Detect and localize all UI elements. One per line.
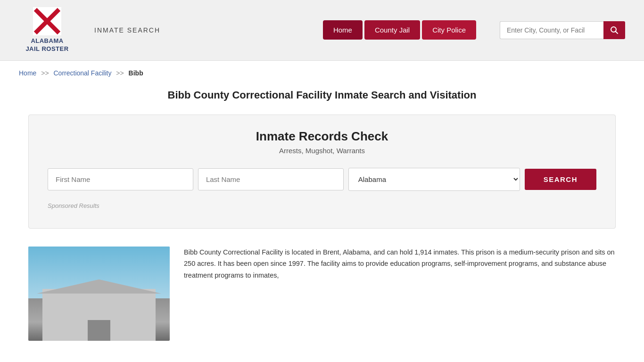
- records-card-subtitle: Arrests, Mugshot, Warrants: [48, 147, 596, 155]
- header-search-input[interactable]: [500, 21, 603, 39]
- logo-area: ALABAMA JAIL ROSTER: [19, 7, 75, 53]
- breadcrumb: Home >> Correctional Facility >> Bibb: [0, 61, 644, 81]
- facility-image: [28, 247, 170, 341]
- inmate-search-label: INMATE SEARCH: [94, 26, 160, 34]
- content-section: Bibb County Correctional Facility is loc…: [0, 237, 644, 355]
- state-select[interactable]: Alabama Alaska Arizona Arkansas Californ…: [348, 168, 520, 191]
- county-jail-nav-button[interactable]: County Jail: [364, 20, 420, 40]
- search-main-button[interactable]: SEARCH: [525, 169, 596, 190]
- svg-line-5: [616, 31, 618, 33]
- facility-description: Bibb County Correctional Facility is loc…: [184, 247, 616, 281]
- main-nav: Home County Jail City Police: [323, 20, 476, 40]
- search-form-row: Alabama Alaska Arizona Arkansas Californ…: [48, 168, 596, 191]
- home-nav-button[interactable]: Home: [323, 20, 363, 40]
- header-search-area: [500, 21, 625, 39]
- search-icon: [610, 26, 619, 34]
- breadcrumb-sep-2: >>: [116, 69, 124, 77]
- header-search-button[interactable]: [603, 21, 625, 39]
- svg-point-3: [46, 20, 49, 23]
- breadcrumb-current: Bibb: [129, 69, 143, 77]
- logo-icon: [33, 7, 61, 35]
- sponsored-label: Sponsored Results: [48, 202, 596, 209]
- logo-text: ALABAMA JAIL ROSTER: [25, 37, 68, 53]
- page-title-area: Bibb County Correctional Facility Inmate…: [0, 81, 644, 106]
- records-card-title: Inmate Records Check: [48, 129, 596, 144]
- site-header: ALABAMA JAIL ROSTER INMATE SEARCH Home C…: [0, 0, 644, 61]
- city-police-nav-button[interactable]: City Police: [422, 20, 476, 40]
- last-name-input[interactable]: [198, 168, 344, 190]
- breadcrumb-sep-1: >>: [41, 69, 49, 77]
- first-name-input[interactable]: [48, 168, 193, 190]
- page-title: Bibb County Correctional Facility Inmate…: [19, 89, 625, 101]
- breadcrumb-home-link[interactable]: Home: [19, 69, 36, 77]
- inmate-records-card: Inmate Records Check Arrests, Mugshot, W…: [28, 115, 616, 229]
- breadcrumb-correctional-facility-link[interactable]: Correctional Facility: [54, 69, 112, 77]
